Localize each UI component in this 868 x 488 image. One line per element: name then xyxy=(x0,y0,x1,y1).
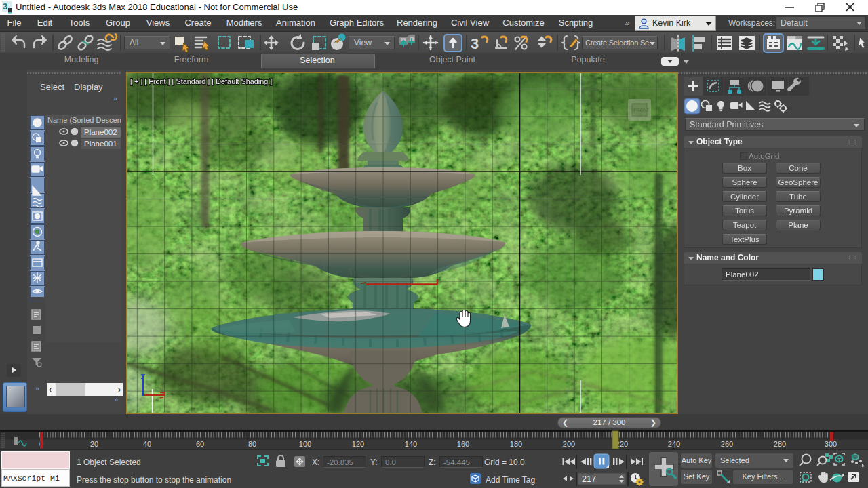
svg-text:FRONT: FRONT xyxy=(634,108,649,113)
svg-text:60: 60 xyxy=(196,440,204,448)
svg-text:260: 260 xyxy=(721,440,733,448)
svg-text:3: 3 xyxy=(471,35,479,52)
svg-text:217: 217 xyxy=(582,474,596,484)
svg-text:120: 120 xyxy=(352,440,364,448)
svg-text:3: 3 xyxy=(3,1,7,12)
svg-text:100: 100 xyxy=(299,440,311,448)
svg-text:40: 40 xyxy=(143,440,151,448)
svg-text:160: 160 xyxy=(457,440,469,448)
svg-text:140: 140 xyxy=(405,440,417,448)
svg-text:[ + ] [ Front ] [ Standard ] [: [ + ] [ Front ] [ Standard ] [ Default S… xyxy=(130,77,272,85)
svg-text:180: 180 xyxy=(510,440,522,448)
svg-text:200: 200 xyxy=(563,440,575,448)
svg-text:280: 280 xyxy=(774,440,786,448)
svg-text:240: 240 xyxy=(668,440,680,448)
svg-text:20: 20 xyxy=(90,440,98,448)
svg-text:80: 80 xyxy=(248,440,256,448)
svg-text:300: 300 xyxy=(825,440,837,448)
